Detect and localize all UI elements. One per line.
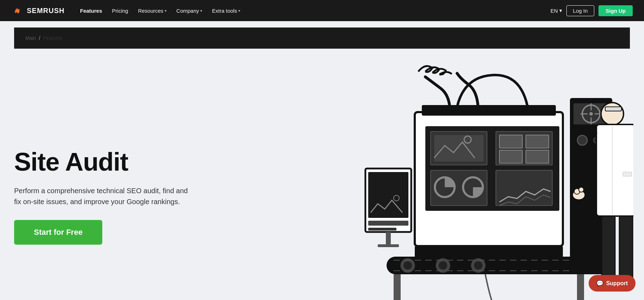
svg-point-23	[474, 261, 482, 270]
svg-point-53	[579, 187, 584, 192]
support-label: Support	[606, 280, 628, 287]
breadcrumb-separator: /	[39, 35, 40, 41]
lang-chevron-icon: ▾	[559, 7, 562, 14]
semrush-logo-icon	[11, 4, 24, 17]
svg-rect-8	[434, 135, 484, 161]
hero-illustration	[305, 49, 644, 300]
svg-point-45	[577, 135, 587, 145]
svg-rect-49	[605, 107, 621, 111]
login-button[interactable]: Log In	[566, 5, 595, 16]
svg-rect-11	[526, 135, 549, 148]
signup-button[interactable]: Sign Up	[599, 5, 633, 16]
company-chevron-icon: ▾	[200, 9, 202, 13]
support-chat-icon: 💬	[596, 280, 603, 287]
language-selector[interactable]: EN ▾	[551, 7, 562, 14]
hero-section: Site Audit Perform a comprehensive techn…	[0, 49, 644, 300]
nav-links: Features Pricing Resources ▾ Company ▾ E…	[80, 8, 539, 14]
nav-right: EN ▾ Log In Sign Up	[551, 5, 633, 16]
site-audit-illustration	[316, 49, 633, 300]
svg-rect-17	[387, 257, 591, 274]
logo-text: SEMRUSH	[27, 7, 65, 15]
breadcrumb-current: Features	[43, 35, 62, 41]
svg-rect-57	[623, 172, 632, 176]
nav-resources[interactable]: Resources ▾	[138, 8, 166, 14]
nav-pricing[interactable]: Pricing	[112, 8, 128, 14]
svg-rect-36	[378, 244, 399, 247]
svg-rect-12	[499, 150, 522, 163]
nav-company[interactable]: Company ▾	[176, 8, 202, 14]
nav-extra-tools[interactable]: Extra tools ▾	[212, 8, 240, 14]
svg-rect-31	[368, 172, 408, 218]
svg-point-21	[439, 261, 447, 270]
svg-rect-7	[496, 170, 552, 206]
resources-chevron-icon: ▾	[165, 9, 166, 13]
extra-tools-chevron-icon: ▾	[238, 9, 240, 13]
hero-title: Site Audit	[14, 149, 212, 176]
breadcrumb-bar: Main / Features	[0, 21, 644, 49]
svg-rect-26	[394, 274, 401, 300]
breadcrumb-main[interactable]: Main	[25, 35, 36, 41]
breadcrumb: Main / Features	[14, 27, 630, 49]
start-for-free-button[interactable]: Start for Free	[14, 220, 102, 245]
svg-point-19	[403, 261, 412, 270]
svg-rect-27	[577, 274, 584, 300]
svg-rect-50	[596, 124, 633, 216]
svg-rect-13	[526, 150, 549, 163]
navbar: SEMRUSH Features Pricing Resources ▾ Com…	[0, 0, 644, 21]
support-button[interactable]: 💬 Support	[589, 275, 636, 292]
svg-rect-34	[368, 228, 396, 231]
svg-rect-2	[422, 105, 556, 116]
nav-features[interactable]: Features	[80, 8, 102, 14]
svg-rect-33	[368, 221, 408, 226]
hero-description: Perform a comprehensive technical SEO au…	[14, 185, 190, 207]
logo-link[interactable]: SEMRUSH	[11, 4, 65, 17]
svg-point-48	[601, 103, 624, 125]
hero-content: Site Audit Perform a comprehensive techn…	[14, 142, 212, 245]
svg-rect-10	[499, 135, 522, 148]
svg-point-40	[589, 112, 593, 116]
svg-rect-35	[386, 232, 391, 246]
